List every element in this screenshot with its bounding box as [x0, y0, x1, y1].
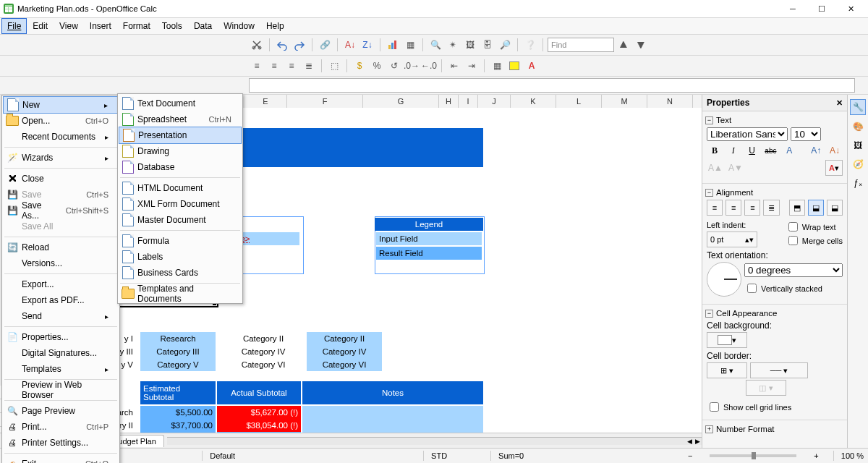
find-next-icon[interactable]: ⯆: [633, 37, 649, 53]
cat-vi-b[interactable]: Category VI: [307, 358, 382, 371]
act-cat2[interactable]: $38,054.00 (!): [217, 419, 301, 432]
superscript-button[interactable]: A↑: [808, 143, 824, 158]
align-center-icon[interactable]: ≡: [266, 58, 282, 74]
new-templates[interactable]: Templates and Documents: [119, 286, 242, 302]
collapse-cellapp[interactable]: −: [705, 310, 713, 318]
find-input[interactable]: Find: [548, 38, 614, 52]
collapse-text[interactable]: −: [705, 116, 713, 124]
maximize-button[interactable]: ☐: [807, 0, 836, 17]
minimize-button[interactable]: ─: [778, 0, 807, 17]
file-send[interactable]: Send▸: [3, 308, 119, 324]
font-name[interactable]: Liberation Sans: [707, 127, 788, 141]
strike-button[interactable]: abc: [762, 143, 778, 158]
est-research[interactable]: $5,500.00: [140, 406, 216, 419]
cut-icon[interactable]: [249, 37, 265, 53]
gridlines-check[interactable]: [710, 402, 719, 412]
increase-indent-icon[interactable]: ⇥: [464, 58, 480, 74]
vertical-check[interactable]: [747, 284, 757, 293]
zoom-out-icon[interactable]: −: [688, 451, 692, 460]
col-N[interactable]: N: [647, 95, 693, 108]
file-save-all[interactable]: Save All: [3, 218, 119, 234]
merge-cells-check[interactable]: [788, 236, 798, 245]
menu-file[interactable]: File: [1, 18, 27, 34]
valign-top-button[interactable]: ⬒: [789, 200, 805, 216]
borders-icon[interactable]: ▦: [489, 58, 505, 74]
justify-icon[interactable]: ≣: [301, 58, 317, 74]
file-versions[interactable]: Versions...: [3, 255, 119, 271]
col-E[interactable]: E: [244, 95, 287, 108]
file-page-preview[interactable]: 🔍Page Preview: [3, 403, 119, 419]
file-digsig[interactable]: Digital Signatures...: [3, 345, 119, 361]
align-right-button[interactable]: ≡: [744, 200, 760, 216]
new-spreadsheet[interactable]: SpreadsheetCtrl+N: [119, 111, 242, 127]
datasources-icon[interactable]: 🗄: [480, 37, 495, 53]
col-L[interactable]: L: [556, 95, 602, 108]
act-research[interactable]: $5,627.00 (!): [217, 406, 301, 419]
increase-font-icon[interactable]: A▲: [707, 160, 724, 176]
column-headers[interactable]: E F G H I J K L M N: [244, 95, 702, 109]
sort-asc-icon[interactable]: A↓: [342, 37, 358, 53]
new-drawing[interactable]: Drawing: [119, 143, 242, 159]
new-labels[interactable]: Labels: [119, 249, 242, 265]
align-center-button[interactable]: ≡: [726, 200, 741, 216]
menu-edit[interactable]: Edit: [27, 18, 54, 34]
file-new[interactable]: New▸: [3, 96, 119, 114]
align-left-icon[interactable]: ≡: [249, 58, 265, 74]
col-J[interactable]: J: [478, 95, 511, 108]
border-preset-button[interactable]: ⊞ ▾: [707, 362, 747, 378]
gallery-icon[interactable]: 🖼: [462, 37, 478, 53]
file-templates[interactable]: Templates▸: [3, 361, 119, 377]
new-business-cards[interactable]: Business Cards: [119, 265, 242, 281]
notes-research[interactable]: [302, 406, 483, 419]
cat-iv[interactable]: Category IV: [307, 345, 382, 358]
file-wizards[interactable]: 🪄Wizards▸: [3, 150, 119, 166]
cell-bg-button[interactable]: ▾: [707, 332, 747, 348]
menu-data[interactable]: Data: [188, 18, 218, 34]
menu-view[interactable]: View: [54, 18, 84, 34]
fontcolor-icon[interactable]: A: [524, 58, 540, 74]
shadow-button[interactable]: A: [781, 143, 797, 158]
est-cat2[interactable]: $37,700.00: [140, 419, 216, 432]
file-printer-settings[interactable]: 🖨Printer Settings...: [3, 435, 119, 451]
file-close[interactable]: 🗙Close: [3, 171, 119, 187]
file-properties[interactable]: 📄Properties...: [3, 329, 119, 345]
decrease-font-icon[interactable]: A▼: [727, 160, 744, 176]
cat-ii[interactable]: Category II: [307, 332, 382, 345]
menu-help[interactable]: Help: [260, 18, 290, 34]
status-mode[interactable]: STD: [423, 451, 447, 461]
file-exit[interactable]: ⎋ExitCtrl+Q: [3, 456, 119, 463]
expand-numfmt[interactable]: +: [705, 425, 713, 433]
show-draw-icon[interactable]: ▦: [402, 37, 418, 53]
zoom-in-icon[interactable]: +: [814, 451, 818, 460]
new-master[interactable]: Master Document: [119, 212, 242, 228]
file-open[interactable]: Open...Ctrl+O: [3, 113, 119, 129]
find-icon[interactable]: 🔍: [427, 37, 443, 53]
chart-icon[interactable]: [385, 37, 401, 53]
underline-button[interactable]: U: [744, 143, 760, 158]
col-I[interactable]: I: [459, 95, 478, 108]
zoom-icon[interactable]: 🔎: [497, 37, 513, 53]
menu-tools[interactable]: Tools: [156, 18, 188, 34]
file-print[interactable]: 🖨Print...Ctrl+P: [3, 419, 119, 435]
file-recent[interactable]: Recent Documents▸: [3, 129, 119, 145]
font-color-button[interactable]: A ▾: [825, 160, 843, 176]
hyperlink-icon[interactable]: 🔗: [317, 37, 333, 53]
zoom-slider[interactable]: [710, 454, 796, 457]
file-preview-web[interactable]: Preview in Web Browser: [3, 382, 119, 398]
file-save[interactable]: 💾SaveCtrl+S: [3, 187, 119, 203]
new-xml-form[interactable]: XML Form Document: [119, 196, 242, 212]
valign-middle-button[interactable]: ⬓: [808, 200, 824, 216]
valign-bottom-button[interactable]: ⬓: [827, 200, 843, 216]
merge-cells-icon[interactable]: ⬚: [326, 58, 342, 74]
align-right-icon[interactable]: ≡: [284, 58, 299, 74]
deck-styles-icon[interactable]: 🎨: [851, 119, 865, 134]
percent-icon[interactable]: %: [369, 58, 385, 74]
col-H[interactable]: H: [439, 95, 459, 108]
degrees-select[interactable]: 0 degrees: [744, 263, 843, 277]
bold-button[interactable]: B: [707, 143, 723, 158]
wrap-text-check[interactable]: [788, 222, 798, 232]
close-button[interactable]: ✕: [836, 0, 865, 17]
sort-desc-icon[interactable]: Z↓: [359, 37, 375, 53]
deck-navigator-icon[interactable]: 🧭: [851, 157, 865, 171]
notes-cat2[interactable]: [302, 419, 483, 432]
